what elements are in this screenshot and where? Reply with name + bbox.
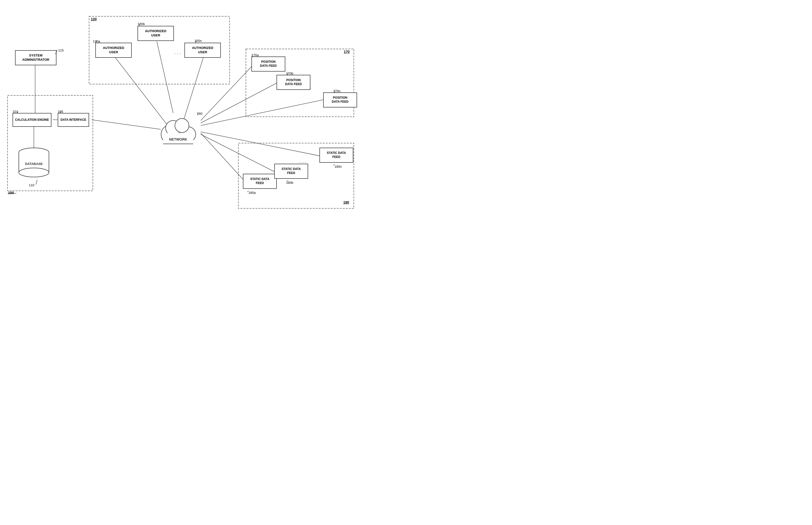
calc-engine-box: CALCULATION ENGINE [13,113,51,127]
svg-text:. . .: . . . [300,159,306,164]
label-120a: 120a [93,40,100,43]
pos-feed-a-box: POSITIONDATA FEED [251,57,285,72]
label-170b: 170b [286,72,293,75]
static-feed-b-box: STATIC DATAFEED [274,164,308,179]
svg-line-6 [92,120,160,129]
diagram: . . . . . . . . . SYSTEM ADMINISTRATOR 1… [0,0,406,262]
label-180n: 180n [334,165,342,168]
svg-text:. . .: . . . [174,50,181,55]
label-180b: 180b [286,181,293,184]
svg-line-15 [201,134,276,172]
svg-line-16 [201,132,321,156]
network-cloud: NETWORK [153,109,203,149]
svg-line-12 [201,82,279,123]
auth-user-n-box: AUTHORIZEDUSER [184,43,221,58]
svg-point-24 [19,168,49,177]
system-admin-box: SYSTEM ADMINISTRATOR [15,50,57,65]
database-cylinder: DATABASE [16,147,51,180]
group-180-label: 180 [343,200,349,205]
static-feed-a-box: STATIC DATAFEED [243,174,277,189]
pos-feed-b-box: POSITIONDATA FEED [277,75,310,90]
label-105: 105 [58,110,63,114]
group-170-label: 170 [344,50,349,54]
static-feed-n-box: STATIC DATAFEED [319,148,353,163]
label-115: 115 [58,48,64,52]
group-100-label: 100 [8,191,14,195]
label-120n: 120n [194,39,202,43]
label-101: 101 [13,110,18,114]
svg-text:NETWORK: NETWORK [169,137,187,141]
svg-line-13 [201,100,324,125]
pos-feed-n-box: POSITIONDATA FEED [323,92,357,107]
svg-line-9 [157,42,173,113]
group-120-label: 120 [91,17,97,21]
auth-user-b-box: AUTHORIZEDUSER [138,26,174,41]
svg-text:DATABASE: DATABASE [25,162,43,166]
svg-point-30 [175,119,189,133]
label-110: 110 [29,183,34,187]
label-170a: 170a [251,53,259,57]
label-170n: 170n [333,89,341,93]
svg-line-11 [201,64,253,121]
auth-user-a-box: AUTHORIZEDUSER [95,43,132,58]
svg-line-14 [201,133,246,182]
label-180a: 180a [248,191,256,195]
label-120b: 120b [138,22,145,26]
data-interface-box: DATA INTERFACE [58,113,89,127]
label-160: 160 [197,112,203,116]
